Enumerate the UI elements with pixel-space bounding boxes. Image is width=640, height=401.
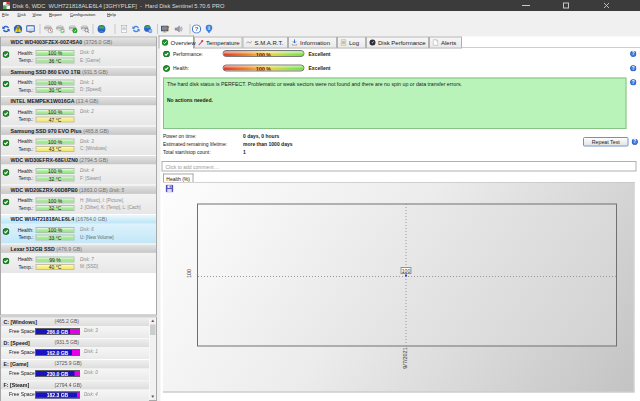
svg-text:?: ? <box>633 139 636 144</box>
svg-text:?: ? <box>632 80 635 85</box>
svg-text:?: ? <box>632 51 635 56</box>
svg-text:?: ? <box>195 26 199 32</box>
svg-text:?: ? <box>632 66 635 71</box>
